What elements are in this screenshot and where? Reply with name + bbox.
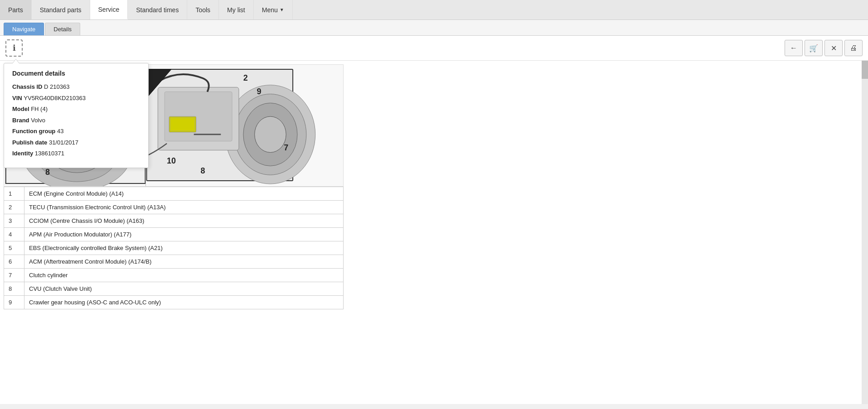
nav-service[interactable]: Service	[90, 0, 128, 19]
part-number: 3	[4, 214, 24, 228]
toolbar-right-buttons: ← 🛒 ✕ 🖨	[785, 40, 863, 56]
doc-details-title: Document details	[12, 70, 140, 77]
brand-value: Volvo	[31, 117, 45, 124]
publish-date-row: Publish date 31/01/2017	[12, 138, 140, 147]
part-description: CCIOM (Centre Chassis I/O Module) (A163)	[24, 214, 344, 228]
popup-arrow	[12, 59, 19, 63]
nav-parts[interactable]: Parts	[0, 0, 32, 19]
publish-date-label: Publish date	[12, 139, 49, 146]
table-row: 2TECU (Transmission Electronic Control U…	[4, 201, 344, 214]
brand-row: Brand Volvo	[12, 116, 140, 125]
print-button[interactable]: 🖨	[844, 40, 863, 56]
identity-value: 138610371	[35, 150, 64, 157]
part-number: 1	[4, 187, 24, 201]
table-row: 3CCIOM (Centre Chassis I/O Module) (A163…	[4, 214, 344, 228]
table-row: 9Crawler gear housing (ASO-C and ACO-ULC…	[4, 296, 344, 309]
back-icon: ←	[790, 44, 797, 52]
part-description: APM (Air Production Modulator) (A177)	[24, 228, 344, 241]
cart-icon: 🛒	[809, 44, 818, 53]
print-icon: 🖨	[850, 44, 857, 52]
vin-row: VIN YV5RG40D8KD210363	[12, 94, 140, 103]
parts-table: 1ECM (Engine Control Module) (A14)2TECU …	[4, 187, 344, 309]
brand-label: Brand	[12, 117, 31, 124]
scrollbar[interactable]	[862, 61, 868, 404]
label-10: 10	[167, 156, 176, 165]
chassis-id-value: D 210363	[44, 83, 69, 90]
identity-label: Identity	[12, 150, 35, 157]
info-button[interactable]: ℹ	[5, 39, 23, 57]
label-7: 7	[284, 143, 288, 152]
table-row: 8CVU (Clutch Valve Unit)	[4, 282, 344, 296]
chevron-down-icon: ▼	[280, 7, 284, 12]
part-description: ECM (Engine Control Module) (A14)	[24, 187, 344, 201]
part-number: 7	[4, 269, 24, 282]
svg-rect-10	[170, 118, 195, 131]
function-group-label: Function group	[12, 128, 57, 135]
info-icon: ℹ	[13, 43, 16, 53]
part-number: 9	[4, 296, 24, 309]
cart-button[interactable]: 🛒	[805, 40, 823, 56]
close-icon: ✕	[831, 44, 837, 53]
sub-navigation: Navigate Details	[0, 20, 868, 36]
tab-details[interactable]: Details	[45, 23, 80, 35]
nav-standard-parts[interactable]: Standard parts	[32, 0, 90, 19]
table-row: 1ECM (Engine Control Module) (A14)	[4, 187, 344, 201]
nav-standard-times[interactable]: Standard times	[128, 0, 187, 19]
top-navigation: Parts Standard parts Service Standard ti…	[0, 0, 868, 20]
model-value: FH (4)	[31, 106, 48, 112]
part-description: TECU (Transmission Electronic Control Un…	[24, 201, 344, 214]
label-2: 2	[243, 73, 248, 82]
part-number: 2	[4, 201, 24, 214]
part-description: CVU (Clutch Valve Unit)	[24, 282, 344, 296]
function-group-row: Function group 43	[12, 127, 140, 136]
vin-label: VIN	[12, 95, 24, 101]
part-number: 8	[4, 282, 24, 296]
part-number: 5	[4, 241, 24, 255]
scrollbar-thumb[interactable]	[862, 61, 868, 79]
function-group-value: 43	[57, 128, 63, 135]
menu-label: Menu	[262, 6, 278, 14]
document-details-popup: Document details Chassis ID D 210363 VIN…	[4, 63, 149, 168]
nav-tools[interactable]: Tools	[187, 0, 219, 19]
table-row: 6ACM (Aftertreatment Control Module) (A1…	[4, 255, 344, 269]
model-label: Model	[12, 106, 31, 112]
identity-row: Identity 138610371	[12, 149, 140, 158]
label-8a: 8	[45, 168, 50, 177]
nav-menu[interactable]: Menu ▼	[254, 0, 293, 19]
table-row: 7Clutch cylinder	[4, 269, 344, 282]
toolbar: ℹ ← 🛒 ✕ 🖨	[0, 36, 868, 61]
tab-navigate[interactable]: Navigate	[4, 23, 44, 35]
nav-my-list[interactable]: My list	[219, 0, 254, 19]
part-description: Crawler gear housing (ASO-C and ACO-ULC …	[24, 296, 344, 309]
label-9: 9	[257, 87, 262, 96]
part-description: EBS (Electronically controlled Brake Sys…	[24, 241, 344, 255]
part-description: Clutch cylinder	[24, 269, 344, 282]
chassis-id-row: Chassis ID D 210363	[12, 82, 140, 91]
vin-value: YV5RG40D8KD210363	[24, 95, 86, 101]
part-number: 4	[4, 228, 24, 241]
back-button[interactable]: ←	[785, 40, 803, 56]
model-row: Model FH (4)	[12, 105, 140, 114]
chassis-id-label: Chassis ID	[12, 83, 44, 90]
table-row: 5EBS (Electronically controlled Brake Sy…	[4, 241, 344, 255]
close-button[interactable]: ✕	[824, 40, 843, 56]
svg-point-6	[255, 116, 286, 152]
main-content: ℹ ← 🛒 ✕ 🖨 Document details Chassis ID D …	[0, 36, 868, 404]
publish-date-value: 31/01/2017	[49, 139, 78, 146]
label-8b: 8	[201, 166, 205, 175]
part-description: ACM (Aftertreatment Control Module) (A17…	[24, 255, 344, 269]
part-number: 6	[4, 255, 24, 269]
table-row: 4APM (Air Production Modulator) (A177)	[4, 228, 344, 241]
